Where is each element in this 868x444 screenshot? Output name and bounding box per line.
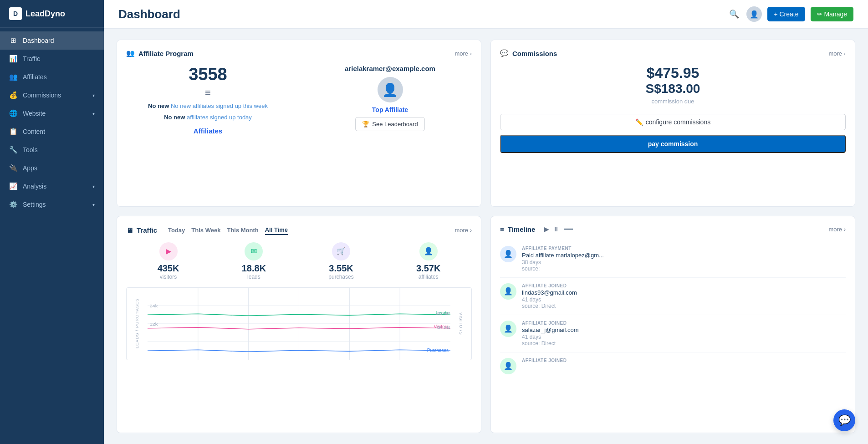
timeline-card: ≡ Timeline ▶ ⏸ more › 👤 AFFILIATE PAYMEN… [490,216,855,434]
timeline-card-header: ≡ Timeline ▶ ⏸ more › [500,225,846,233]
affiliate-right: arielakramer@example.com 👤 Top Affiliate… [299,65,472,135]
sidebar-item-settings[interactable]: ⚙️ Settings ▾ [0,195,104,214]
svg-text:24k: 24k [149,303,158,308]
monitor-icon: 🖥 [126,226,133,234]
sidebar-item-affiliates[interactable]: 👥 Affiliates [0,68,104,86]
sidebar-item-label: Tools [23,146,38,153]
page-title: Dashboard [118,7,727,21]
chart-y-label: LEADS / PURCHASES [135,298,139,348]
commissions-card: 💬 Commissions more › $475.95 S$183.00 co… [490,40,855,207]
purchases-legend: Purchases [427,348,449,353]
dashboard-grid: 👥 Affiliate Program more › 3558 ≡ No new… [104,29,868,444]
affiliate-program-title: 👥 Affiliate Program [126,49,194,57]
timeline-type: AFFILIATE JOINED [522,321,846,326]
edit-icon: ✏️ [635,118,643,126]
sidebar-item-label: Content [23,128,45,135]
top-affiliate-email: arielakramer@example.com [308,65,472,72]
affiliate-left: 3558 ≡ No new No new affiliates signed u… [126,65,299,135]
affiliate-program-card: 👥 Affiliate Program more › 3558 ≡ No new… [117,40,481,207]
traffic-more-link[interactable]: more › [454,227,472,234]
commissions-icon: 💬 [500,49,509,57]
commissions-more-link[interactable]: more › [828,50,846,57]
leads-icon: ✉ [245,242,263,260]
affiliate-inner: 3558 ≡ No new No new affiliates signed u… [126,65,472,135]
no-new-week: No new No new affiliates signed up this … [126,102,290,111]
joined-avatar: 👤 [500,283,516,300]
users-icon: 👥 [126,49,135,57]
tab-all-time[interactable]: All Time [265,225,288,235]
card-header: 👥 Affiliate Program more › [126,49,472,57]
list-icon: ≡ [500,225,504,233]
timeline-items: 👤 AFFILIATE PAYMENT Paid affiliate maria… [500,240,846,380]
timeline-pause-button[interactable]: ⏸ [553,225,559,233]
timeline-source: source: [522,265,846,272]
traffic-title: 🖥 Traffic Today This Week This Month All… [126,225,288,235]
joined-avatar: 👤 [500,358,516,374]
visitors-value: 435K [158,263,179,274]
timeline-item: 👤 AFFILIATE JOINED salazar_j@gmail.com 4… [500,315,846,352]
timeline-title: ≡ Timeline ▶ ⏸ [500,225,573,233]
timeline-more-link[interactable]: more › [828,226,846,233]
sidebar-logo[interactable]: D LeadDyno [0,0,104,28]
timeline-main: lindas93@gmail.com [522,289,846,296]
tab-this-month[interactable]: This Month [227,226,258,235]
sidebar-item-commissions[interactable]: 💰 Commissions ▾ [0,86,104,104]
leads-value: 18.8K [242,263,266,274]
search-button[interactable]: 🔍 [727,7,741,21]
commission-amounts: $475.95 S$183.00 [500,65,846,96]
leaderboard-button[interactable]: 🏆 See Leaderboard [355,117,424,131]
svg-text:12k: 12k [149,322,158,326]
leads-stat: ✉ 18.8K leads [242,242,266,280]
top-affiliate-avatar: 👤 [378,77,403,102]
commissions-icon: 💰 [9,91,17,99]
chevron-down-icon: ▾ [92,184,95,189]
analysis-icon: 📈 [9,182,17,190]
sidebar-item-label: Settings [23,201,46,208]
apps-icon: 🔌 [9,164,17,172]
top-affiliate-label: Top Affiliate [308,106,472,113]
website-icon: 🌐 [9,109,17,117]
sidebar-item-analysis[interactable]: 📈 Analysis ▾ [0,177,104,195]
content-icon: 📋 [9,128,17,136]
sidebar-item-label: Traffic [23,55,40,62]
affiliates-icon: 👥 [9,73,17,81]
timeline-play-button[interactable]: ▶ [544,225,549,233]
timeline-source: source: Direct [522,303,846,309]
configure-commissions-button[interactable]: ✏️ configure commissions [500,114,846,130]
visitors-icon: ▶ [159,242,178,260]
purchases-label: purchases [328,274,353,280]
tab-today[interactable]: Today [168,226,185,235]
avatar[interactable]: 👤 [746,6,762,22]
commission-due-label: commission due [500,98,846,105]
create-button[interactable]: + Create [767,7,805,21]
traffic-tabs: Today This Week This Month All Time [168,225,288,235]
purchases-value: 3.55K [328,263,353,274]
commission-secondary-amount: S$183.00 [500,82,846,96]
timeline-controls: ▶ ⏸ [544,225,573,233]
chat-button[interactable]: 💬 [833,409,855,431]
sidebar-item-dashboard[interactable]: ⊞ Dashboard [0,31,104,50]
sidebar-item-content[interactable]: 📋 Content [0,122,104,141]
traffic-card-header: 🖥 Traffic Today This Week This Month All… [126,225,472,235]
timeline-item-content: AFFILIATE JOINED [522,358,846,374]
affiliate-more-link[interactable]: more › [454,50,472,57]
manage-button[interactable]: ✏ Manage [811,7,853,21]
timeline-type: AFFILIATE PAYMENT [522,246,846,251]
dashboard-icon: ⊞ [9,36,17,45]
affiliates-traffic-value: 3.57K [416,263,440,274]
equal-icon: ≡ [126,87,290,99]
logo-text: LeadDyno [26,9,65,19]
card-header: 💬 Commissions more › [500,49,846,57]
sidebar-item-label: Analysis [23,183,46,190]
sidebar-item-website[interactable]: 🌐 Website ▾ [0,104,104,122]
affiliates-link[interactable]: Affiliates [126,127,290,135]
sidebar-item-apps[interactable]: 🔌 Apps [0,159,104,177]
sidebar-item-traffic[interactable]: 📊 Traffic [0,50,104,68]
chevron-down-icon: ▾ [92,93,95,98]
sidebar-nav: ⊞ Dashboard 📊 Traffic 👥 Affiliates 💰 Com… [0,28,104,217]
tab-this-week[interactable]: This Week [191,226,220,235]
sidebar-item-tools[interactable]: 🔧 Tools [0,141,104,159]
traffic-card: 🖥 Traffic Today This Week This Month All… [117,216,481,434]
pay-commission-button[interactable]: pay commission [500,135,846,153]
settings-icon: ⚙️ [9,200,17,209]
